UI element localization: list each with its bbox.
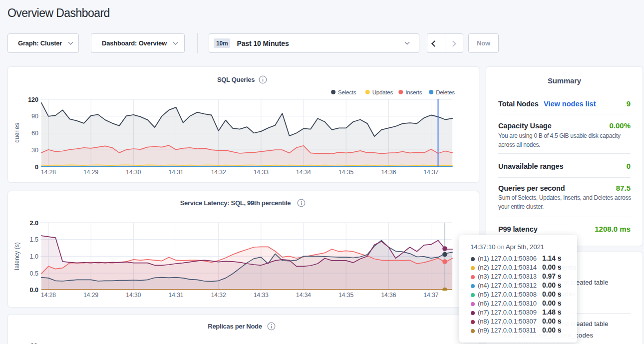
svg-text:14:34: 14:34: [296, 169, 311, 176]
svg-text:14:29: 14:29: [83, 292, 98, 299]
svg-text:30: 30: [31, 147, 38, 154]
svg-text:14:32: 14:32: [211, 292, 226, 299]
svg-text:14:30: 14:30: [126, 169, 141, 176]
svg-text:14:37: 14:37: [423, 169, 438, 176]
svg-text:14:28: 14:28: [41, 292, 56, 299]
svg-text:14:30: 14:30: [126, 292, 141, 299]
svg-text:2.0: 2.0: [30, 220, 38, 227]
svg-text:0.0: 0.0: [30, 287, 38, 294]
svg-text:90: 90: [31, 113, 38, 120]
svg-text:60: 60: [31, 130, 38, 137]
svg-text:14:35: 14:35: [338, 292, 353, 299]
svg-text:0.5: 0.5: [30, 270, 38, 277]
svg-text:0: 0: [35, 164, 38, 171]
svg-text:1.5: 1.5: [30, 236, 38, 243]
svg-text:queries: queries: [13, 123, 20, 142]
svg-text:Deletes: Deletes: [436, 89, 455, 95]
svg-text:14:31: 14:31: [168, 169, 183, 176]
svg-text:Inserts: Inserts: [405, 89, 422, 95]
svg-text:Selects: Selects: [338, 89, 356, 95]
svg-text:14:36: 14:36: [381, 169, 396, 176]
svg-text:14:34: 14:34: [296, 292, 311, 299]
svg-text:14:37: 14:37: [423, 292, 438, 299]
svg-text:14:35: 14:35: [338, 169, 353, 176]
svg-text:14:28: 14:28: [41, 169, 56, 176]
svg-text:14:36: 14:36: [381, 292, 396, 299]
svg-text:Updates: Updates: [372, 89, 393, 95]
svg-text:14:31: 14:31: [168, 292, 183, 299]
svg-text:14:33: 14:33: [254, 292, 269, 299]
svg-text:120: 120: [28, 96, 38, 103]
svg-text:latency (s): latency (s): [13, 242, 20, 270]
svg-text:14:32: 14:32: [211, 169, 226, 176]
svg-text:1.0: 1.0: [30, 253, 38, 260]
svg-text:14:29: 14:29: [83, 169, 98, 176]
svg-text:14:33: 14:33: [254, 169, 269, 176]
